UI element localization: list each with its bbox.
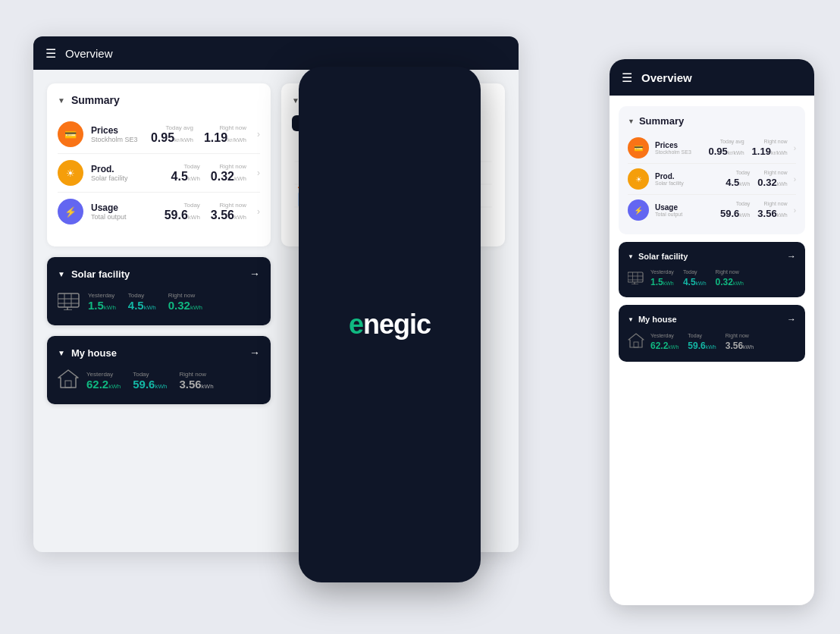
usage-title: Usage — [91, 202, 157, 213]
mobile-house-title: My house — [638, 315, 677, 324]
mobile-house-now-value: 3.56 — [726, 341, 743, 351]
mobile-usage-row[interactable]: ⚡ Usage Total output Today 59.6kWh Right… — [628, 195, 796, 225]
mobile-solar-yesterday-group: Yesterday 1.5kWh — [650, 269, 674, 288]
usage-now-unit: kWh — [234, 214, 246, 221]
mobile-prices-avg-group: Today avg 0.95kr/kWh — [708, 139, 744, 158]
mobile-house-title-group: ▼ My house — [628, 315, 677, 324]
mobile-prod-now-label: Right now — [757, 170, 787, 175]
mobile-prices-arrow: › — [794, 144, 796, 152]
mobile-summary-card: ▼ Summary 💳 Prices Stockholm SE3 Today a… — [619, 106, 805, 234]
prod-row[interactable]: ☀ Prod. Solar facility Today 4.5kWh Righ… — [58, 154, 260, 193]
house-today-value: 59.6 — [133, 378, 155, 391]
mobile-prod-now-group: Right now 0.32kWh — [757, 170, 787, 189]
hamburger-icon[interactable]: ☰ — [45, 46, 56, 61]
mobile-prices-sub: Stockholm SE3 — [655, 149, 702, 155]
mobile-house-today-value: 59.6 — [688, 341, 705, 351]
svg-rect-36 — [65, 381, 71, 388]
mobile-topbar: ☰ Overview — [610, 59, 814, 96]
mobile-prod-now-value: 0.32 — [757, 177, 776, 188]
summary-card: ▼ Summary 💳 Prices Stockholm SE3 Today a… — [47, 83, 271, 246]
prod-label: Prod. Solar facility — [91, 164, 164, 182]
mobile-house-now-unit: kWh — [743, 344, 754, 350]
solar-today-value: 4.5 — [128, 299, 144, 312]
mobile-solar-card: ▼ Solar facility → — [619, 242, 805, 297]
prod-today-group: Today 4.5kWh — [171, 163, 200, 184]
usage-icon: ⚡ — [58, 199, 83, 224]
prices-now-label: Right now — [204, 124, 246, 131]
house-now-unit: kWh — [202, 383, 214, 390]
mobile-hamburger-icon[interactable]: ☰ — [622, 71, 632, 85]
usage-label: Usage Total output — [91, 202, 157, 221]
mobile-house-arrow: → — [787, 314, 796, 325]
prices-now-group: Right now 1.19kr/kWh — [204, 124, 246, 145]
prices-row-arrow: › — [257, 129, 260, 140]
mobile-prices-now-group: Right now 1.19kr/kWh — [752, 139, 788, 158]
solar-data-row: Yesterday 1.5kWh Today 4.5kWh Right now … — [58, 289, 260, 315]
prod-now-unit: kWh — [234, 175, 246, 182]
house-icon — [58, 368, 79, 394]
mobile-solar-title: Solar facility — [638, 252, 688, 261]
prices-today-unit: kr/kWh — [174, 137, 193, 143]
usage-subtitle: Total output — [91, 213, 157, 221]
usage-row-arrow: › — [257, 206, 260, 217]
usage-row[interactable]: ⚡ Usage Total output Today 59.6kWh Right… — [58, 193, 260, 231]
mobile-usage-today-label: Today — [720, 201, 750, 206]
solar-facility-card: ▼ Solar facility → — [47, 257, 271, 325]
mobile-prod-row[interactable]: ☀ Prod. Solar facility Today 4.5kWh Righ… — [628, 164, 796, 195]
enegic-logo: enegic — [349, 309, 431, 341]
mobile-solar-yesterday-unit: kWh — [663, 281, 674, 286]
house-arrow-icon: → — [249, 347, 260, 359]
mobile-house-values: Yesterday 62.2kWh Today 59.6kWh Right no… — [650, 333, 754, 352]
solar-yesterday-label: Yesterday — [88, 292, 116, 299]
solar-facility-header: ▼ Solar facility → — [58, 268, 260, 280]
mobile-prices-row[interactable]: 💳 Prices Stockholm SE3 Today avg 0.95kr/… — [628, 133, 796, 164]
mobile-phone-splash: enegic — [299, 67, 481, 582]
desktop-page-title: Overview — [65, 47, 113, 60]
solar-now-value: 0.32 — [168, 299, 190, 312]
my-house-card: ▼ My house → Yesterday — [47, 336, 271, 404]
solar-yesterday-value: 1.5 — [88, 299, 104, 312]
mobile-house-yesterday-group: Yesterday 62.2kWh — [650, 333, 679, 352]
mobile-prod-today-value: 4.5 — [726, 177, 739, 188]
prod-now-group: Right now 0.32kWh — [211, 163, 246, 184]
prices-row[interactable]: 💳 Prices Stockholm SE3 Today avg 0.95kr/… — [58, 115, 260, 154]
solar-today-unit: kWh — [144, 304, 156, 311]
mobile-house-yesterday-unit: kWh — [668, 344, 679, 350]
mobile-solar-now-label: Right now — [716, 269, 744, 275]
mobile-solar-values: Yesterday 1.5kWh Today 4.5kWh Right now … — [650, 269, 744, 288]
house-now-group: Right now 3.56kWh — [179, 371, 213, 391]
mobile-usage-arrow: › — [794, 206, 796, 215]
mobile-prices-icon: 💳 — [628, 137, 649, 158]
scene: ☰ Overview ▼ Summary 💳 Prices Stockholm … — [18, 21, 822, 613]
prices-today-group: Today avg 0.95kr/kWh — [151, 124, 193, 145]
prod-now-value: 0.32 — [211, 170, 234, 183]
solar-facility-title: Solar facility — [71, 268, 130, 280]
mobile-right-app: ☰ Overview ▼ Summary 💳 Prices Stockholm … — [610, 59, 814, 605]
mobile-house-today-unit: kWh — [706, 344, 716, 350]
mobile-solar-today-unit: kWh — [696, 281, 707, 286]
mobile-solar-yesterday-label: Yesterday — [650, 269, 674, 275]
mobile-usage-now-label: Right now — [757, 201, 787, 206]
mobile-house-data-row: Yesterday 62.2kWh Today 59.6kWh Right no… — [628, 332, 796, 353]
mobile-solar-today-value: 4.5 — [683, 277, 696, 287]
mobile-house-now-label: Right now — [726, 333, 754, 338]
mobile-usage-icon: ⚡ — [628, 199, 649, 221]
prices-today-label: Today avg — [151, 124, 193, 131]
house-yesterday-group: Yesterday 62.2kWh — [86, 371, 121, 391]
mobile-solar-header: ▼ Solar facility → — [628, 251, 796, 262]
my-house-title-group: ▼ My house — [58, 347, 117, 359]
mobile-house-icon — [628, 332, 644, 353]
mobile-prod-icon: ☀ — [628, 168, 649, 190]
desktop-topbar: ☰ Overview — [33, 36, 519, 70]
usage-now-group: Right now 3.56kWh — [211, 202, 246, 222]
mobile-usage-now-value: 3.56 — [757, 208, 776, 219]
mobile-prod-label: Prod. Solar facility — [655, 172, 719, 186]
house-yesterday-unit: kWh — [108, 383, 121, 390]
mobile-solar-title-group: ▼ Solar facility — [628, 252, 688, 261]
svg-marker-35 — [58, 370, 78, 388]
mobile-prod-arrow: › — [794, 175, 796, 184]
usage-today-group: Today 59.6kWh — [165, 202, 200, 222]
mobile-solar-now-unit: kWh — [733, 281, 744, 286]
mobile-prices-avg-label: Today avg — [708, 139, 744, 144]
mobile-prod-title: Prod. — [655, 172, 719, 180]
